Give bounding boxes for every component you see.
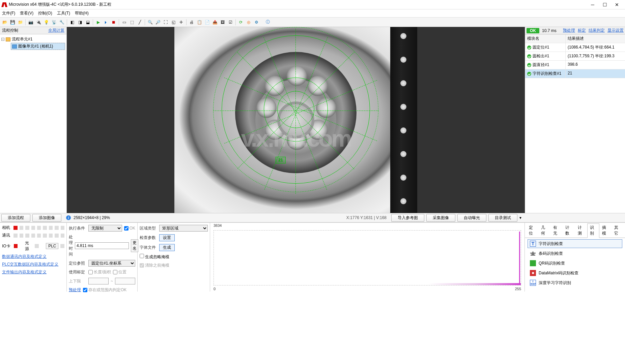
print-icon[interactable]: 🖨 [188, 19, 195, 26]
display-link[interactable]: 显示设置 [607, 28, 624, 33]
plc-button[interactable]: PLC [46, 243, 58, 249]
result-row[interactable]: 圆定位#1 (1086.4,784.5) 半径:664.1 [525, 43, 625, 52]
image-viewport[interactable]: 21 v.x․mv.com [67, 27, 525, 213]
menu-tools[interactable]: 工具(T) [57, 10, 70, 16]
comm-icon[interactable]: 📡 [51, 19, 57, 26]
import-ref-button[interactable]: 导入参考图 [391, 214, 424, 222]
add-flow-button[interactable]: 添加流程 [1, 214, 30, 222]
region-type-select[interactable]: 矩形区域 [159, 225, 208, 232]
camera-icon[interactable]: 📷 [27, 19, 34, 26]
line-icon[interactable]: ╱ [136, 19, 143, 26]
menu-control[interactable]: 控制(O) [38, 10, 52, 16]
tool-deep-learning[interactable]: TDEEP 深度学习字符识别 [528, 278, 622, 287]
image-icon[interactable]: 🖼 [219, 19, 226, 26]
folder-icon[interactable]: 📁 [17, 19, 24, 26]
menu-view[interactable]: 查看(V) [20, 10, 33, 16]
length-area-checkbox[interactable] [88, 270, 93, 274]
open-icon[interactable]: 📂 [1, 19, 8, 26]
location-ref-select[interactable]: 圆定位#1.坐标系 [88, 260, 135, 267]
tool-datamatrix[interactable]: ▦ DataMatrix码识别检查 [528, 269, 622, 277]
capture-button[interactable]: 采集图像 [426, 214, 455, 222]
flow-control-panel: 流程控制 全局计算 − 流程单元#1 图像单元#1 (相机1) [0, 27, 67, 213]
result-row[interactable]: 圆检出#1 (1100.7,759.7) 半径:199.3 [525, 52, 625, 61]
dropdown-icon[interactable]: ▾ [519, 215, 521, 220]
refresh-icon[interactable]: ⟳ [237, 19, 244, 26]
ok-checkbox[interactable] [124, 226, 129, 231]
tab-template[interactable]: 摘模 [599, 223, 612, 238]
about-icon[interactable]: ⓘ [264, 19, 271, 26]
tree-toggle-icon[interactable]: − [1, 38, 4, 41]
select-icon[interactable]: ▭ [121, 19, 127, 26]
tree-child-item[interactable]: 图像单元#1 (相机1) [11, 43, 65, 50]
preprocess-link[interactable]: 预处理 [563, 28, 575, 33]
zoom-in-icon[interactable]: 🔎 [154, 19, 161, 26]
run-once-icon[interactable]: ▶ [95, 19, 102, 26]
data-comm-link[interactable]: 数据通讯内容及格式定义 [2, 254, 64, 260]
histogram-chart[interactable] [214, 230, 521, 285]
tab-geometry[interactable]: 几何 [538, 223, 550, 238]
result-row[interactable]: 字符识别检查#1 21 [525, 69, 625, 78]
preprocess-link[interactable]: 预处理 [69, 287, 81, 293]
exec-condition-select[interactable]: 无限制 [88, 225, 122, 232]
file-output-link[interactable]: 文件输出内容及格式定义 [2, 269, 64, 275]
zoom-fit-icon[interactable]: ⛶ [162, 19, 169, 26]
proc-time-field[interactable] [75, 242, 129, 249]
copy-icon[interactable]: 📋 [196, 19, 203, 26]
export-icon[interactable]: 📤 [211, 19, 218, 26]
settings-icon[interactable]: ⚙ [253, 19, 260, 26]
settings-button[interactable]: 设置 [159, 234, 175, 241]
tool-qr[interactable]: QR码识别检查 [528, 259, 622, 268]
close-button[interactable]: ✕ [614, 2, 620, 7]
menu-file[interactable]: 文件(F) [2, 10, 15, 16]
rename-button[interactable]: 更名 [131, 239, 138, 252]
tool-char-recognition[interactable]: T 字符识别检查 [528, 239, 622, 248]
flow-tree: − 流程单元#1 图像单元#1 (相机1) [0, 34, 66, 213]
rect-icon[interactable]: ⬚ [129, 19, 135, 26]
global-calc-link[interactable]: 全局计算 [48, 28, 64, 33]
upper-limit-field[interactable] [115, 278, 135, 284]
stop-icon[interactable]: ⏹ [110, 19, 117, 26]
result-row[interactable]: 圆直径#1 398.6 [525, 61, 625, 69]
plc-icon[interactable]: 🔧 [58, 19, 65, 26]
minimize-button[interactable]: ─ [590, 2, 595, 7]
judge-link[interactable]: 结果判定 [589, 28, 605, 33]
save-ok-checkbox[interactable] [83, 288, 87, 292]
dir-test-button[interactable]: 目录测试 [488, 214, 517, 222]
gen-template-checkbox[interactable] [140, 254, 144, 258]
clear-template-checkbox [140, 263, 144, 268]
light-icon[interactable]: 💡 [43, 19, 50, 26]
zoom-100-icon[interactable]: ◱ [170, 19, 177, 26]
left-panel-icon[interactable]: ◧ [69, 19, 76, 26]
tab-other[interactable]: 其它 [612, 223, 624, 238]
tab-location[interactable]: 定位 [526, 223, 538, 238]
right-panel-icon[interactable]: ◨ [77, 19, 83, 26]
generate-button[interactable]: 生成 [159, 244, 175, 251]
auto-exposure-button[interactable]: 自动曝光 [457, 214, 486, 222]
crosshair-icon[interactable]: ✛ [178, 19, 184, 26]
maximize-button[interactable]: ☐ [602, 2, 607, 7]
tab-presence[interactable]: 有无 [550, 223, 563, 238]
tab-count[interactable]: 计数 [563, 223, 575, 238]
run-icon[interactable]: ⏵ [103, 19, 109, 26]
add-image-button[interactable]: 添加图像 [32, 214, 61, 222]
status-badge: OK [527, 28, 539, 33]
lower-limit-field[interactable] [88, 278, 109, 284]
checkbox-icon[interactable]: ☑ [227, 19, 234, 26]
cursor-coordinates: X:1776 Y:1631 | V:168 [346, 215, 387, 220]
bottom-panel-icon[interactable]: ⬓ [84, 19, 91, 26]
position-checkbox[interactable] [113, 270, 117, 274]
calibrate-link[interactable]: 标定 [578, 28, 586, 33]
target-icon[interactable]: ◎ [245, 19, 252, 26]
plc-data-link[interactable]: PLC交互数据区内容及格式定义 [2, 262, 64, 267]
tab-measure[interactable]: 计测 [575, 223, 587, 238]
execution-params-panel: 执行条件 无限制 OK 处理时间 更名 定位参照 圆定位#1.坐标系 使用标定 … [67, 223, 138, 292]
datamatrix-icon: ▦ [530, 270, 536, 276]
tab-recognition[interactable]: 识别 [587, 223, 599, 238]
zoom-out-icon[interactable]: 🔍 [147, 19, 153, 26]
save-icon[interactable]: 💾 [9, 19, 16, 26]
io-icon[interactable]: 🔌 [35, 19, 42, 26]
tool-barcode[interactable]: 条码识别检查 [528, 249, 622, 258]
menu-help[interactable]: 帮助(H) [75, 10, 89, 16]
paste-icon[interactable]: 📄 [204, 19, 210, 26]
tree-root-item[interactable]: − 流程单元#1 [1, 36, 65, 43]
